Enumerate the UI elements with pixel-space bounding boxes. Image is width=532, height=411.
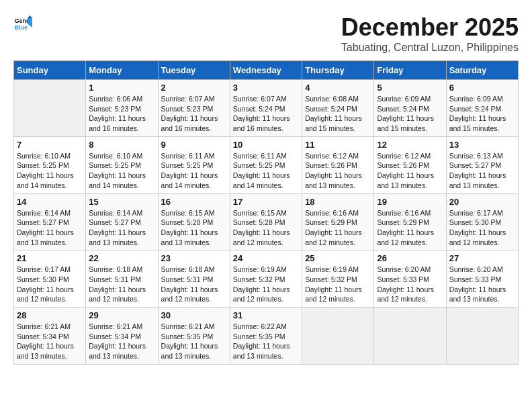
calendar-header-friday: Friday xyxy=(374,61,446,80)
day-info: Sunrise: 6:10 AMSunset: 5:25 PMDaylight:… xyxy=(89,151,154,191)
day-info: Sunrise: 6:18 AMSunset: 5:31 PMDaylight:… xyxy=(89,265,154,304)
calendar-cell: 21Sunrise: 6:17 AMSunset: 5:30 PMDayligh… xyxy=(14,250,86,308)
svg-marker-3 xyxy=(28,15,32,18)
day-info: Sunrise: 6:11 AMSunset: 5:25 PMDaylight:… xyxy=(233,151,299,191)
calendar-week-row: 14Sunrise: 6:14 AMSunset: 5:27 PMDayligh… xyxy=(14,193,519,250)
day-number: 30 xyxy=(161,310,227,320)
location-title: Tabuating, Central Luzon, Philippines xyxy=(341,42,519,54)
calendar-cell: 20Sunrise: 6:17 AMSunset: 5:30 PMDayligh… xyxy=(446,193,518,250)
calendar-cell: 14Sunrise: 6:14 AMSunset: 5:27 PMDayligh… xyxy=(14,193,86,250)
day-info: Sunrise: 6:19 AMSunset: 5:32 PMDaylight:… xyxy=(305,265,371,304)
calendar-cell: 24Sunrise: 6:19 AMSunset: 5:32 PMDayligh… xyxy=(230,250,302,308)
day-number: 1 xyxy=(89,83,154,93)
day-info: Sunrise: 6:12 AMSunset: 5:26 PMDaylight:… xyxy=(377,151,443,191)
day-number: 16 xyxy=(161,197,227,207)
calendar-cell: 31Sunrise: 6:22 AMSunset: 5:35 PMDayligh… xyxy=(230,308,302,365)
day-info: Sunrise: 6:21 AMSunset: 5:35 PMDaylight:… xyxy=(161,322,227,361)
calendar-cell: 10Sunrise: 6:11 AMSunset: 5:25 PMDayligh… xyxy=(230,136,302,193)
calendar-cell: 19Sunrise: 6:16 AMSunset: 5:29 PMDayligh… xyxy=(374,193,446,250)
calendar-cell: 4Sunrise: 6:08 AMSunset: 5:24 PMDaylight… xyxy=(302,80,374,137)
svg-marker-2 xyxy=(28,18,32,28)
calendar-cell: 25Sunrise: 6:19 AMSunset: 5:32 PMDayligh… xyxy=(302,250,374,308)
day-info: Sunrise: 6:20 AMSunset: 5:33 PMDaylight:… xyxy=(377,265,443,304)
logo: General Blue xyxy=(13,13,32,32)
calendar-cell: 28Sunrise: 6:21 AMSunset: 5:34 PMDayligh… xyxy=(14,308,86,365)
logo-icon: General Blue xyxy=(13,13,32,32)
calendar-cell: 5Sunrise: 6:09 AMSunset: 5:24 PMDaylight… xyxy=(374,80,446,137)
calendar-cell: 1Sunrise: 6:06 AMSunset: 5:23 PMDaylight… xyxy=(86,80,158,137)
day-number: 7 xyxy=(17,140,83,150)
calendar-cell: 9Sunrise: 6:11 AMSunset: 5:25 PMDaylight… xyxy=(158,136,230,193)
month-title: December 2025 xyxy=(341,13,519,42)
day-info: Sunrise: 6:18 AMSunset: 5:31 PMDaylight:… xyxy=(161,265,227,304)
day-number: 18 xyxy=(305,197,371,207)
calendar-week-row: 1Sunrise: 6:06 AMSunset: 5:23 PMDaylight… xyxy=(14,80,519,137)
day-number: 12 xyxy=(377,140,443,150)
day-info: Sunrise: 6:08 AMSunset: 5:24 PMDaylight:… xyxy=(305,94,371,134)
calendar-table: SundayMondayTuesdayWednesdayThursdayFrid… xyxy=(13,60,519,365)
calendar-header-wednesday: Wednesday xyxy=(230,61,302,80)
calendar-cell: 6Sunrise: 6:09 AMSunset: 5:24 PMDaylight… xyxy=(446,80,518,137)
calendar-cell: 18Sunrise: 6:16 AMSunset: 5:29 PMDayligh… xyxy=(302,193,374,250)
calendar-cell: 15Sunrise: 6:14 AMSunset: 5:27 PMDayligh… xyxy=(86,193,158,250)
svg-text:Blue: Blue xyxy=(14,24,28,31)
calendar-cell: 30Sunrise: 6:21 AMSunset: 5:35 PMDayligh… xyxy=(158,308,230,365)
calendar-cell: 2Sunrise: 6:07 AMSunset: 5:23 PMDaylight… xyxy=(158,80,230,137)
calendar-week-row: 7Sunrise: 6:10 AMSunset: 5:25 PMDaylight… xyxy=(14,136,519,193)
day-number: 13 xyxy=(449,140,515,150)
calendar-header-thursday: Thursday xyxy=(302,61,374,80)
day-info: Sunrise: 6:20 AMSunset: 5:33 PMDaylight:… xyxy=(449,265,515,304)
day-info: Sunrise: 6:07 AMSunset: 5:23 PMDaylight:… xyxy=(161,94,227,134)
day-info: Sunrise: 6:22 AMSunset: 5:35 PMDaylight:… xyxy=(233,322,299,361)
day-number: 31 xyxy=(233,310,299,320)
day-number: 19 xyxy=(377,197,443,207)
calendar-cell: 7Sunrise: 6:10 AMSunset: 5:25 PMDaylight… xyxy=(14,136,86,193)
calendar-cell: 29Sunrise: 6:21 AMSunset: 5:34 PMDayligh… xyxy=(86,308,158,365)
day-info: Sunrise: 6:10 AMSunset: 5:25 PMDaylight:… xyxy=(17,151,83,191)
day-info: Sunrise: 6:13 AMSunset: 5:27 PMDaylight:… xyxy=(449,151,515,191)
calendar-header-tuesday: Tuesday xyxy=(158,61,230,80)
day-info: Sunrise: 6:15 AMSunset: 5:28 PMDaylight:… xyxy=(161,208,227,248)
calendar-header-sunday: Sunday xyxy=(14,61,86,80)
day-number: 21 xyxy=(17,253,83,263)
day-number: 23 xyxy=(161,253,227,263)
day-number: 15 xyxy=(89,197,154,207)
day-info: Sunrise: 6:14 AMSunset: 5:27 PMDaylight:… xyxy=(89,208,154,248)
day-number: 6 xyxy=(449,83,515,93)
day-number: 26 xyxy=(377,253,443,263)
calendar-header-row: SundayMondayTuesdayWednesdayThursdayFrid… xyxy=(14,61,519,80)
day-number: 20 xyxy=(449,197,515,207)
day-number: 28 xyxy=(17,310,83,320)
day-number: 27 xyxy=(449,253,515,263)
calendar-cell: 26Sunrise: 6:20 AMSunset: 5:33 PMDayligh… xyxy=(374,250,446,308)
day-number: 14 xyxy=(17,197,83,207)
day-info: Sunrise: 6:11 AMSunset: 5:25 PMDaylight:… xyxy=(161,151,227,191)
day-number: 22 xyxy=(89,253,154,263)
day-info: Sunrise: 6:16 AMSunset: 5:29 PMDaylight:… xyxy=(305,208,371,248)
day-number: 2 xyxy=(161,83,227,93)
day-number: 10 xyxy=(233,140,299,150)
day-info: Sunrise: 6:21 AMSunset: 5:34 PMDaylight:… xyxy=(17,322,83,361)
calendar-cell: 22Sunrise: 6:18 AMSunset: 5:31 PMDayligh… xyxy=(86,250,158,308)
day-number: 25 xyxy=(305,253,371,263)
calendar-cell: 17Sunrise: 6:15 AMSunset: 5:28 PMDayligh… xyxy=(230,193,302,250)
calendar-cell: 16Sunrise: 6:15 AMSunset: 5:28 PMDayligh… xyxy=(158,193,230,250)
calendar-cell xyxy=(14,80,86,137)
day-number: 29 xyxy=(89,310,154,320)
day-info: Sunrise: 6:06 AMSunset: 5:23 PMDaylight:… xyxy=(89,94,154,134)
calendar-cell xyxy=(302,308,374,365)
calendar-header-monday: Monday xyxy=(86,61,158,80)
page-header: General Blue December 2025 Tabuating, Ce… xyxy=(13,13,519,54)
calendar-week-row: 28Sunrise: 6:21 AMSunset: 5:34 PMDayligh… xyxy=(14,308,519,365)
title-block: December 2025 Tabuating, Central Luzon, … xyxy=(341,13,519,54)
day-number: 3 xyxy=(233,83,299,93)
day-number: 4 xyxy=(305,83,371,93)
day-info: Sunrise: 6:21 AMSunset: 5:34 PMDaylight:… xyxy=(89,322,154,361)
day-info: Sunrise: 6:17 AMSunset: 5:30 PMDaylight:… xyxy=(449,208,515,248)
day-info: Sunrise: 6:09 AMSunset: 5:24 PMDaylight:… xyxy=(377,94,443,134)
calendar-week-row: 21Sunrise: 6:17 AMSunset: 5:30 PMDayligh… xyxy=(14,250,519,308)
calendar-cell: 23Sunrise: 6:18 AMSunset: 5:31 PMDayligh… xyxy=(158,250,230,308)
calendar-cell: 13Sunrise: 6:13 AMSunset: 5:27 PMDayligh… xyxy=(446,136,518,193)
calendar-cell: 27Sunrise: 6:20 AMSunset: 5:33 PMDayligh… xyxy=(446,250,518,308)
day-number: 5 xyxy=(377,83,443,93)
